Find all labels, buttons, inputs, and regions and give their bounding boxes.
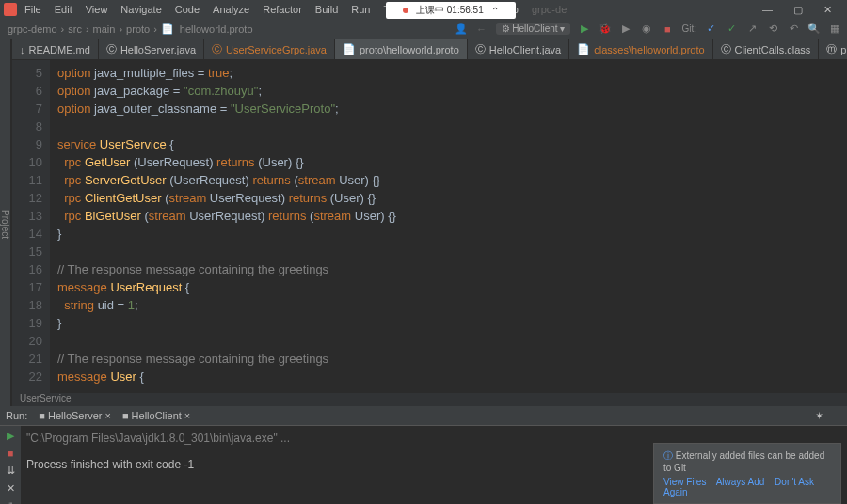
breadcrumb-3[interactable]: proto [124, 24, 152, 35]
breadcrumb-1[interactable]: src [66, 24, 84, 35]
breadcrumb-4[interactable]: helloworld.proto [178, 24, 255, 35]
code-area[interactable]: option java_multiple_files = true; optio… [50, 60, 847, 393]
timer-text: 上课中 01:56:51 [416, 4, 484, 17]
run-sidebar: ▶ ■ ⇊ ✕ ⫴ [0, 426, 21, 504]
tab-userservicegrpc[interactable]: Ⓒ UserServiceGrpc.java [204, 39, 335, 59]
app-logo-icon [4, 3, 17, 16]
breadcrumb-0[interactable]: grpc-demo [6, 24, 59, 35]
editor-area: ↓ README.md Ⓒ HelloServer.java Ⓒ UserSer… [12, 39, 847, 406]
profile-icon[interactable]: ◉ [640, 23, 653, 36]
git-label: Git: [681, 24, 696, 34]
toolbar-right: 👤 ← ⚙ HelloClient ▾ ▶ 🐞 ▶ ◉ ■ Git: ✓ ✓ ↗… [455, 23, 841, 36]
breadcrumb[interactable]: grpc-demo› src› main› proto› 📄 helloworl… [6, 23, 255, 35]
search-icon[interactable]: 🔍 [807, 23, 821, 36]
menu-file[interactable]: File [19, 2, 47, 17]
notification-view-files[interactable]: View Files [663, 477, 706, 487]
history-icon[interactable]: ⟲ [766, 23, 779, 36]
run-label: Run: [6, 410, 27, 421]
run-tab-helloserver[interactable]: ■ HelloServer × [39, 410, 111, 421]
tab-clientcalls[interactable]: Ⓒ ClientCalls.class [713, 39, 820, 59]
navigation-bar: grpc-demo› src› main› proto› 📄 helloworl… [0, 19, 847, 39]
tab-readme[interactable]: ↓ README.md [12, 39, 99, 59]
editor-breadcrumb[interactable]: UserService [12, 393, 847, 406]
run-settings-icon[interactable]: ✶ [815, 410, 823, 422]
minimize-icon[interactable]: — [757, 2, 778, 18]
tab-pom[interactable]: ⓜ pom.xml (grpc- [819, 39, 847, 59]
run-panel-tabs: Run: ■ HelloServer × ■ HelloClient × ✶ — [0, 406, 847, 425]
tool-window-bar-left[interactable]: Project [0, 39, 11, 406]
run-panel: ▶ ■ ⇊ ✕ ⫴ "C:\Program Files\Java\jdk1.8.… [0, 425, 847, 504]
menu-edit[interactable]: Edit [49, 2, 78, 17]
settings-icon[interactable]: ▦ [828, 23, 841, 36]
run-hide-icon[interactable]: — [831, 410, 841, 422]
menu-project-hint: grpc-de [526, 2, 572, 17]
editor-gutter[interactable]: 5678910111213141516171819202122 [12, 60, 50, 393]
menu-navigate[interactable]: Navigate [115, 2, 167, 17]
run-icon[interactable]: ▶ [578, 23, 591, 36]
revert-icon[interactable]: ↶ [787, 23, 800, 36]
chevron-up-icon[interactable]: ⌃ [491, 6, 499, 16]
tab-classes-proto[interactable]: 📄 classes\helloworld.proto [569, 39, 712, 59]
menu-build[interactable]: Build [310, 2, 344, 17]
editor-tabs: ↓ README.md Ⓒ HelloServer.java Ⓒ UserSer… [12, 39, 847, 60]
menu-code[interactable]: Code [169, 2, 205, 17]
tab-helloserver[interactable]: Ⓒ HelloServer.java [99, 39, 204, 59]
project-tool-button[interactable]: Project [0, 210, 10, 239]
recording-timer[interactable]: 上课中 01:56:51 ⌃ [386, 2, 516, 19]
maximize-icon[interactable]: ▢ [788, 2, 808, 18]
git-notification: ⓘ Externally added files can be added to… [653, 443, 841, 504]
close-icon[interactable]: ✕ [818, 2, 838, 18]
tab-helloclient[interactable]: Ⓒ HelloClient.java [468, 39, 569, 59]
commit-icon[interactable]: ✓ [725, 23, 738, 36]
stop-icon[interactable]: ■ [661, 23, 674, 36]
menu-refactor[interactable]: Refactor [257, 2, 308, 17]
exit-icon[interactable]: ✕ [7, 482, 15, 495]
editor-content[interactable]: 5678910111213141516171819202122 option j… [12, 60, 847, 393]
back-icon[interactable]: ← [475, 23, 488, 36]
rerun-icon[interactable]: ▶ [7, 430, 14, 442]
push-icon[interactable]: ↗ [745, 23, 759, 36]
notification-always-add[interactable]: Always Add [716, 477, 765, 487]
update-icon[interactable]: ✓ [704, 23, 717, 36]
run-tab-helloclient[interactable]: ■ HelloClient × [122, 410, 190, 421]
menu-run[interactable]: Run [345, 2, 376, 17]
filter-icon[interactable]: ⫴ [8, 500, 13, 504]
debug-icon[interactable]: 🐞 [599, 23, 612, 36]
record-dot-icon [403, 8, 408, 13]
main-area: Project ■ Project ▾ ⊕ ⇲ ✶ — ▾ ■ grpc-dem… [0, 39, 847, 406]
run-config-selector[interactable]: ⚙ HelloClient ▾ [496, 23, 571, 35]
menu-analyze[interactable]: Analyze [207, 2, 255, 17]
stop-run-icon[interactable]: ■ [8, 448, 14, 459]
notification-title: Externally added files can be added to G… [663, 450, 824, 473]
window-controls: — ▢ ✕ [751, 0, 843, 20]
menu-view[interactable]: View [80, 2, 114, 17]
tab-helloworld-proto[interactable]: 📄 proto\helloworld.proto [335, 39, 468, 59]
coverage-icon[interactable]: ▶ [619, 23, 632, 36]
breadcrumb-2[interactable]: main [91, 24, 118, 35]
layout-icon[interactable]: ⇊ [7, 465, 15, 477]
user-icon[interactable]: 👤 [455, 23, 468, 36]
run-output[interactable]: "C:\Program Files\Java\jdk1.8.0_301\bin\… [21, 426, 847, 504]
